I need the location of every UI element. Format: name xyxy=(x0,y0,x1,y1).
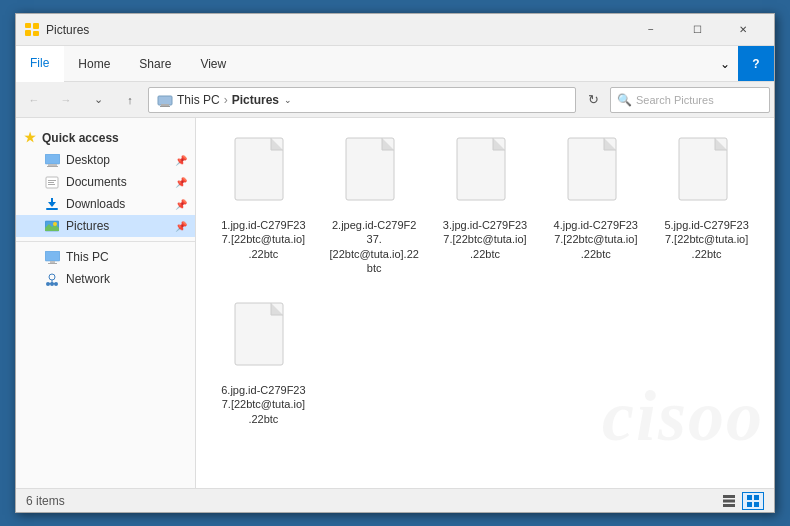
sidebar-item-documents[interactable]: Documents 📌 xyxy=(16,171,195,193)
tab-file[interactable]: File xyxy=(16,46,64,82)
help-button[interactable]: ? xyxy=(738,46,774,81)
file-item-3[interactable]: 3.jpg.id-C279F237.[22btc@tuta.io].22btc xyxy=(434,130,537,279)
pc-icon xyxy=(44,249,60,265)
file-icon-4 xyxy=(564,134,628,214)
downloads-icon xyxy=(44,196,60,212)
thispc-label: This PC xyxy=(66,250,109,264)
svg-rect-0 xyxy=(25,23,31,28)
search-box[interactable]: 🔍 Search Pictures xyxy=(610,87,770,113)
file-icon-2 xyxy=(342,134,406,214)
quick-access-label: Quick access xyxy=(42,131,119,145)
view-buttons xyxy=(718,492,764,510)
search-placeholder: Search Pictures xyxy=(636,94,714,106)
large-icons-view-button[interactable] xyxy=(742,492,764,510)
svg-rect-1 xyxy=(25,30,31,36)
file-icon-1 xyxy=(231,134,295,214)
file-item-2[interactable]: 2.jpeg.id-C279F237.[22btc@tuta.io].22btc xyxy=(323,130,426,279)
file-item-5[interactable]: 5.jpg.id-C279F237.[22btc@tuta.io].22btc xyxy=(655,130,758,279)
file-item-4[interactable]: 4.jpg.id-C279F237.[22btc@tuta.io].22btc xyxy=(544,130,647,279)
refresh-button[interactable]: ↻ xyxy=(580,87,606,113)
file-icon-5 xyxy=(675,134,739,214)
back-button[interactable]: ← xyxy=(20,87,48,113)
sidebar-item-network[interactable]: Network xyxy=(16,268,195,290)
content-area: cisoo 1.jpg.id-C279F237.[22btc@tuta.io].… xyxy=(196,118,774,488)
window-icon xyxy=(24,22,40,38)
file-name-5: 5.jpg.id-C279F237.[22btc@tuta.io].22btc xyxy=(664,218,748,261)
maximize-button[interactable]: ☐ xyxy=(674,14,720,46)
recent-locations-button[interactable]: ⌄ xyxy=(84,87,112,113)
address-dropdown[interactable]: ⌄ xyxy=(279,87,297,113)
svg-rect-3 xyxy=(33,31,39,36)
network-label: Network xyxy=(66,272,110,286)
main-area: ★ Quick access Desktop 📌 xyxy=(16,118,774,488)
svg-rect-9 xyxy=(47,166,58,167)
documents-label: Documents xyxy=(66,175,127,189)
address-path[interactable]: This PC › Pictures ⌄ xyxy=(148,87,576,113)
status-bar: 6 items xyxy=(16,488,774,512)
address-bar: ← → ⌄ ↑ This PC › Pictures ⌄ ↻ 🔍 Search … xyxy=(16,82,774,118)
pin-icon: 📌 xyxy=(175,155,187,166)
ribbon-chevron[interactable]: ⌄ xyxy=(712,46,738,81)
downloads-label: Downloads xyxy=(66,197,125,211)
minimize-button[interactable]: − xyxy=(628,14,674,46)
file-icon-3 xyxy=(453,134,517,214)
svg-rect-6 xyxy=(160,106,170,107)
svg-rect-16 xyxy=(46,208,58,210)
breadcrumb-pictures[interactable]: Pictures xyxy=(232,93,279,107)
network-icon xyxy=(44,271,60,287)
documents-icon xyxy=(44,174,60,190)
sidebar-item-thispc[interactable]: This PC xyxy=(16,246,195,268)
pin-icon-pic: 📌 xyxy=(175,221,187,232)
breadcrumb-thispc[interactable]: This PC xyxy=(177,93,220,107)
thispc-icon xyxy=(157,93,173,107)
svg-rect-13 xyxy=(48,184,55,185)
details-view-button[interactable] xyxy=(718,492,740,510)
svg-rect-22 xyxy=(48,263,57,264)
desktop-label: Desktop xyxy=(66,153,110,167)
svg-rect-56 xyxy=(723,504,735,507)
svg-rect-7 xyxy=(45,154,60,164)
file-name-4: 4.jpg.id-C279F237.[22btc@tuta.io].22btc xyxy=(554,218,638,261)
file-name-6: 6.jpg.id-C279F237.[22btc@tuta.io].22btc xyxy=(221,383,305,426)
sidebar: ★ Quick access Desktop 📌 xyxy=(16,118,196,488)
file-item-1[interactable]: 1.jpg.id-C279F237.[22btc@tuta.io].22btc xyxy=(212,130,315,279)
star-icon: ★ xyxy=(24,130,36,145)
sidebar-item-desktop[interactable]: Desktop 📌 xyxy=(16,149,195,171)
item-count: 6 items xyxy=(26,494,65,508)
file-item-6[interactable]: 6.jpg.id-C279F237.[22btc@tuta.io].22btc xyxy=(212,295,315,430)
search-icon: 🔍 xyxy=(617,93,632,107)
window-title: Pictures xyxy=(46,23,628,37)
svg-rect-8 xyxy=(48,164,57,166)
pictures-icon xyxy=(44,218,60,234)
tab-share[interactable]: Share xyxy=(125,46,186,81)
svg-rect-11 xyxy=(48,180,56,181)
sidebar-item-downloads[interactable]: Downloads 📌 xyxy=(16,193,195,215)
pin-icon-dl: 📌 xyxy=(175,199,187,210)
svg-rect-12 xyxy=(48,182,54,183)
title-bar: Pictures − ☐ ✕ xyxy=(16,14,774,46)
tab-view[interactable]: View xyxy=(186,46,241,81)
svg-rect-57 xyxy=(747,495,752,500)
svg-rect-15 xyxy=(51,198,53,203)
svg-rect-2 xyxy=(33,23,39,29)
desktop-icon xyxy=(44,152,60,168)
svg-point-19 xyxy=(53,222,57,226)
svg-rect-21 xyxy=(50,261,55,263)
explorer-window: Pictures − ☐ ✕ File Home Share View ⌄ ? … xyxy=(15,13,775,513)
sidebar-divider xyxy=(16,241,195,242)
forward-button[interactable]: → xyxy=(52,87,80,113)
close-button[interactable]: ✕ xyxy=(720,14,766,46)
file-grid: 1.jpg.id-C279F237.[22btc@tuta.io].22btc … xyxy=(212,130,758,430)
svg-rect-54 xyxy=(723,495,735,498)
file-name-3: 3.jpg.id-C279F237.[22btc@tuta.io].22btc xyxy=(443,218,527,261)
quick-access-header[interactable]: ★ Quick access xyxy=(16,126,195,149)
svg-rect-5 xyxy=(161,104,169,106)
file-name-2: 2.jpeg.id-C279F237.[22btc@tuta.io].22btc xyxy=(327,218,422,275)
up-button[interactable]: ↑ xyxy=(116,87,144,113)
tab-home[interactable]: Home xyxy=(64,46,125,81)
pictures-label: Pictures xyxy=(66,219,109,233)
svg-rect-59 xyxy=(747,502,752,507)
title-bar-buttons: − ☐ ✕ xyxy=(628,14,766,46)
svg-point-26 xyxy=(50,282,54,286)
sidebar-item-pictures[interactable]: Pictures 📌 xyxy=(16,215,195,237)
